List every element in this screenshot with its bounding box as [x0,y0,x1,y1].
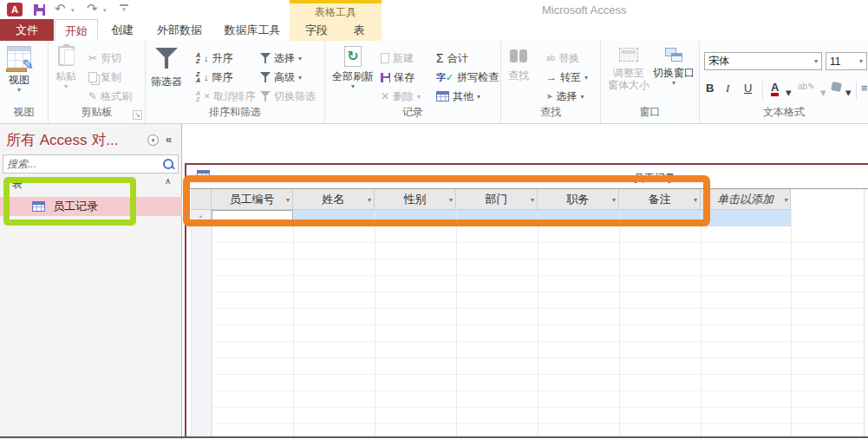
column-header-name[interactable]: 姓名 ▾ [293,189,375,210]
view-dropdown-icon[interactable]: ▾ [17,87,21,94]
column-dropdown-icon[interactable]: ▾ [784,196,787,204]
paste-dropdown-icon[interactable]: ▾ [64,83,68,90]
delete-dropdown-icon[interactable]: ▾ [417,93,421,101]
column-dropdown-icon[interactable]: ▾ [286,196,290,204]
find-button[interactable]: 查找 [508,49,529,82]
switch-windows-dropdown-icon[interactable]: ▾ [672,80,675,87]
size-to-fit-form-button[interactable]: 调整至 窗体大小 [608,48,649,91]
search-icon[interactable] [162,158,174,170]
sort-descending-button[interactable]: ZA ↓ 降序 [196,69,233,86]
sort-ascending-button[interactable]: AZ ↓ 升序 [196,49,233,67]
column-header-notes[interactable]: 备注 ▾ [619,189,701,210]
fill-color-dropdown-icon[interactable]: ▾ [845,86,852,99]
active-cell[interactable] [212,210,293,226]
replace-button[interactable]: ab 替换 [546,49,579,67]
delete-record-button[interactable]: ✕ 删除 ▾ [381,88,421,105]
undo-button[interactable]: ↶ [55,1,66,16]
advanced-filter-button[interactable]: 高级 ▾ [260,69,302,86]
goto-button[interactable]: → 转至 ▾ [546,69,588,86]
remove-sort-button[interactable]: AZ ✕ 取消排序 [196,88,256,105]
filter-button[interactable]: 筛选器 [151,48,182,88]
highlight-dropdown-icon[interactable]: ▾ [820,86,826,99]
selection-dropdown-icon[interactable]: ▾ [298,55,302,62]
switch-windows-icon [665,48,682,62]
access-logo-icon: A [7,3,23,16]
nav-pane-title[interactable]: 所有 Access 对... [6,130,118,150]
spelling-button[interactable]: 字✓ 拼写检查 [436,69,499,86]
advanced-dropdown-icon[interactable]: ▾ [298,74,302,82]
toggle-filter-button[interactable]: 切换筛选 [260,88,316,105]
select-button[interactable]: ➤ 选择 ▾ [546,88,584,105]
select-all-cell[interactable] [191,189,212,210]
paste-button[interactable]: 粘贴 ▾ [55,46,76,90]
column-dropdown-icon[interactable]: ▾ [449,196,453,204]
italic-button[interactable]: I [726,82,729,95]
quick-save-button[interactable] [34,3,45,19]
goto-dropdown-icon[interactable]: ▾ [584,74,588,82]
format-painter-button[interactable]: ✎格式刷 [88,88,132,105]
copy-button[interactable]: 复制 [88,69,121,86]
font-size-dropdown-icon[interactable]: ▾ [859,57,863,65]
more-records-button[interactable]: 其他 ▾ [436,88,480,105]
new-record-selector[interactable]: * [191,210,212,226]
datasheet-grid[interactable] [191,226,864,436]
bold-button[interactable]: B [706,82,714,95]
column-dropdown-icon[interactable]: ▾ [368,196,371,204]
column-dropdown-icon[interactable]: ▾ [694,196,697,204]
customize-quick-access-button[interactable]: ▾ [120,4,128,13]
font-name-combobox[interactable]: 宋体 ▾ [704,52,822,70]
document-tab-title[interactable]: 员工记录 [634,171,675,186]
more-dropdown-icon[interactable]: ▾ [477,93,480,101]
tab-home-active[interactable]: 开始 [55,19,98,41]
tab-file[interactable]: 文件 [0,19,54,41]
undo-dropdown-icon[interactable]: ▾ [71,7,75,14]
save-record-button[interactable]: 保存 [381,69,414,86]
font-color-dropdown-icon[interactable]: ▾ [786,86,792,99]
column-header-click-to-add[interactable]: 单击以添加 ▾ [701,189,791,210]
nav-pane-collapse-icon[interactable]: « [166,133,172,146]
column-header-department[interactable]: 部门 ▾ [456,189,538,210]
font-size-combobox[interactable]: 11 ▾ [826,52,867,70]
tab-table[interactable]: 表 [340,19,378,41]
clipboard-dialog-launcher[interactable]: ↘ [133,110,142,120]
font-color-button[interactable]: A [771,81,779,96]
column-header-position[interactable]: 职务 ▾ [538,189,619,210]
nav-item-employee-records[interactable]: 员工记录 [0,197,182,216]
new-record-button[interactable]: 新建 [381,49,414,67]
nav-group-tables[interactable]: 表 ∧ [0,176,182,190]
datasheet-view-icon: ✎ [7,46,31,69]
nav-pane-menu-icon[interactable]: ▾ [147,134,159,146]
switch-windows-button[interactable]: 切换窗口 ▾ [653,48,695,87]
new-record-row[interactable] [293,210,791,226]
sort-descending-label: 降序 [212,70,233,85]
view-button[interactable]: ✎ 视图 ▾ [7,46,31,94]
find-group-label: 查找 [501,105,600,120]
column-header-gender[interactable]: 性别 ▾ [375,189,456,210]
fill-color-button[interactable] [832,81,841,94]
totals-button[interactable]: Σ 合计 [436,49,468,67]
highlight-button[interactable]: ab✎ [798,82,815,91]
align-list-icon[interactable]: ≡ [861,82,868,95]
cut-button[interactable]: ✂剪切 [88,49,121,67]
refresh-dropdown-icon[interactable]: ▾ [351,83,355,90]
search-input[interactable] [3,158,162,170]
ribbon-group-text-format: 宋体 ▾ 11 ▾ B I U A ▾ ab✎ ▾ ▾ ≡ 文本格式 [700,41,868,123]
column-dropdown-icon[interactable]: ▾ [612,196,616,204]
column-dropdown-icon[interactable]: ▾ [531,196,534,204]
select-dropdown-icon[interactable]: ▾ [581,93,584,101]
tab-database-tools[interactable]: 数据库工具 [215,19,290,41]
selection-button[interactable]: 选择 ▾ [260,49,302,67]
underline-button[interactable]: U [744,82,752,95]
refresh-all-button[interactable]: ↻ 全部刷新 ▾ [332,46,374,90]
tab-fields[interactable]: 字段 [295,19,338,41]
tab-external-data[interactable]: 外部数据 [146,19,213,41]
redo-dropdown-icon[interactable]: ▾ [103,7,107,14]
font-name-dropdown-icon[interactable]: ▾ [814,57,818,65]
copy-icon [88,72,97,82]
nav-group-collapse-icon[interactable]: ∧ [165,176,171,186]
grid-line [375,210,375,436]
redo-button[interactable]: ↷ [87,1,98,16]
tab-create[interactable]: 创建 [101,19,144,41]
fill-bucket-icon [831,82,842,92]
column-header-employee-id[interactable]: 员工编号 ▾ [212,189,293,210]
